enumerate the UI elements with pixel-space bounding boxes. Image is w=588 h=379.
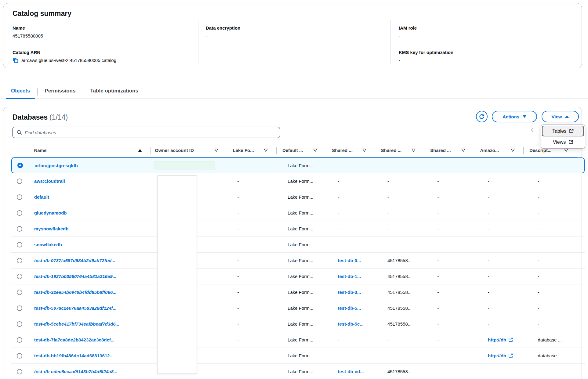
database-name-link[interactable]: aws:cloudtrail bbox=[34, 179, 65, 184]
column-header-lake[interactable]: Lake Fo... bbox=[227, 144, 276, 157]
cell-shared1: - bbox=[331, 332, 380, 348]
cell-default: Lake Form... bbox=[280, 221, 331, 236]
amazon-link[interactable]: http://db bbox=[488, 337, 513, 342]
row-radio[interactable] bbox=[17, 258, 22, 263]
column-header-shared3[interactable]: Shared ... bbox=[424, 144, 474, 157]
external-link-icon bbox=[568, 140, 573, 144]
cell-shared2: - bbox=[380, 173, 430, 189]
view-button[interactable]: View bbox=[542, 111, 579, 122]
amazon-link[interactable]: http://db bbox=[488, 353, 513, 358]
view-menu-item-tables[interactable]: Tables bbox=[542, 126, 584, 136]
filter-icon bbox=[461, 149, 465, 152]
column-header-owner[interactable]: Owner account ID bbox=[151, 144, 227, 157]
column-header-amazon[interactable]: Amazo... bbox=[474, 144, 523, 157]
cell-name: arfarajpostgresqldb bbox=[29, 158, 153, 173]
column-header-default[interactable]: Default ... bbox=[276, 144, 326, 157]
row-radio[interactable] bbox=[17, 194, 22, 200]
cell-lake: - bbox=[230, 158, 280, 173]
cell-default: Lake Form... bbox=[280, 316, 331, 332]
database-name-link[interactable]: test-db-bb19fb486dc14ad68813612... bbox=[34, 353, 114, 358]
cell-shared3: - bbox=[430, 205, 481, 221]
row-radio[interactable] bbox=[17, 163, 23, 168]
cell-shared1: test-db-1... bbox=[331, 269, 380, 284]
link-label: http://db bbox=[488, 337, 506, 342]
shared-database-link[interactable]: test-db-1... bbox=[338, 274, 361, 279]
menu-item-label: Views bbox=[553, 139, 566, 145]
shared-database-link[interactable]: test-db-5c... bbox=[338, 321, 364, 327]
databases-count: (1/14) bbox=[48, 113, 68, 121]
column-header-shared1[interactable]: Shared ... bbox=[326, 144, 375, 157]
copy-icon[interactable] bbox=[13, 57, 18, 63]
row-radio[interactable] bbox=[17, 305, 22, 311]
shared-database-link[interactable]: test-db-3... bbox=[338, 290, 361, 295]
actions-button[interactable]: Actions bbox=[492, 111, 537, 122]
cell-shared2: - bbox=[380, 221, 430, 236]
actions-button-label: Actions bbox=[503, 114, 519, 119]
cell-name: test-db-5cebe417bf734eafbbeaf7d3d6... bbox=[28, 316, 153, 332]
cell-amazon: http://db bbox=[481, 332, 531, 348]
row-radio[interactable] bbox=[17, 226, 22, 232]
tab-permissions[interactable]: Permissions bbox=[37, 85, 83, 99]
cell-name: test-db-32ee54b6949b4fdd85b8ff066... bbox=[28, 284, 153, 300]
search-icon bbox=[16, 130, 22, 135]
link-label: test-db-cd... bbox=[338, 369, 364, 374]
cell-shared1: - bbox=[331, 237, 380, 252]
database-name-link[interactable]: test-db-5978c2e076aa4583a28df124f... bbox=[34, 305, 117, 311]
view-menu-item-views[interactable]: Views bbox=[542, 137, 584, 147]
tab-table-optimizations[interactable]: Table optimizations bbox=[83, 85, 145, 99]
cell-shared3: - bbox=[430, 316, 481, 332]
row-radio[interactable] bbox=[17, 290, 22, 295]
column-header-shared2[interactable]: Shared ... bbox=[375, 144, 424, 157]
shared-database-link[interactable]: test-db-5... bbox=[338, 305, 361, 311]
table-row: default--Lake Form...----- bbox=[11, 189, 585, 205]
cell-lake: - bbox=[230, 332, 281, 348]
iam-role-value: - bbox=[399, 33, 417, 38]
chevron-left-icon[interactable] bbox=[531, 127, 534, 133]
cell-selection bbox=[12, 158, 29, 173]
row-radio[interactable] bbox=[17, 179, 22, 184]
database-name-link[interactable]: test-db-0737fa687d584b2d9ab72fbd... bbox=[34, 258, 115, 263]
search-input[interactable] bbox=[25, 130, 276, 135]
shared-database-link[interactable]: test-db-cd... bbox=[338, 369, 364, 374]
column-header-label: Name bbox=[34, 148, 46, 153]
row-radio[interactable] bbox=[17, 353, 22, 359]
database-name-link[interactable]: test-db-7fa7ca8de2b84232ae3e8dcf... bbox=[34, 337, 114, 342]
row-radio[interactable] bbox=[17, 242, 22, 247]
database-name-link[interactable]: default bbox=[34, 194, 49, 200]
database-name-link[interactable]: test-db-5cebe417bf734eafbbeaf7d3d6... bbox=[34, 321, 119, 327]
table-row: test-db-7fa7ca8de2b84232ae3e8dcf...--Lak… bbox=[11, 332, 585, 348]
table-row: test-db-bb19fb486dc14ad68813612...--Lake… bbox=[11, 348, 585, 364]
cell-amazon: http://db bbox=[481, 348, 531, 363]
cell-shared2: 45178558... bbox=[380, 316, 430, 332]
cell-shared1: - bbox=[331, 348, 380, 363]
cell-default: Lake Form... bbox=[280, 348, 331, 363]
cell-selection bbox=[11, 316, 28, 332]
cell-description: - bbox=[531, 205, 585, 221]
cell-shared1: - bbox=[331, 221, 380, 236]
column-header-label: Amazo... bbox=[480, 148, 499, 153]
row-radio[interactable] bbox=[17, 274, 22, 279]
filter-icon bbox=[214, 149, 218, 152]
database-name-link[interactable]: arfarajpostgresqldb bbox=[35, 163, 78, 168]
database-name-link[interactable]: test-db-cdec6ecaa0f143b7b4d6f24a8... bbox=[34, 369, 118, 374]
table-row: test-db-0737fa687d584b2d9ab72fbd...--Lak… bbox=[11, 253, 585, 269]
tab-objects[interactable]: Objects bbox=[4, 85, 37, 99]
field-name: Name 451785580005 bbox=[13, 25, 43, 38]
database-name-link[interactable]: mysnowflakedb bbox=[34, 226, 69, 231]
database-name-link[interactable]: gluedynamodb bbox=[34, 210, 67, 215]
table-row: test-db-32ee54b6949b4fdd85b8ff066...--La… bbox=[11, 284, 585, 300]
cell-name: test-db-bb19fb486dc14ad68813612... bbox=[28, 348, 153, 363]
row-radio[interactable] bbox=[17, 369, 22, 374]
refresh-button[interactable] bbox=[476, 111, 488, 122]
row-radio[interactable] bbox=[17, 210, 22, 216]
row-radio[interactable] bbox=[17, 337, 22, 343]
filter-icon bbox=[362, 149, 366, 152]
row-radio[interactable] bbox=[17, 321, 22, 327]
cell-lake: - bbox=[230, 189, 281, 205]
cell-shared3: - bbox=[430, 300, 481, 316]
database-name-link[interactable]: test-db-1927b03560764a4b81a216e9... bbox=[34, 274, 116, 279]
database-name-link[interactable]: test-db-32ee54b6949b4fdd85b8ff066... bbox=[34, 290, 117, 295]
database-name-link[interactable]: snowflakedb bbox=[34, 242, 62, 247]
column-header-name[interactable]: Name bbox=[28, 144, 151, 157]
shared-database-link[interactable]: test-db-0... bbox=[338, 258, 361, 263]
